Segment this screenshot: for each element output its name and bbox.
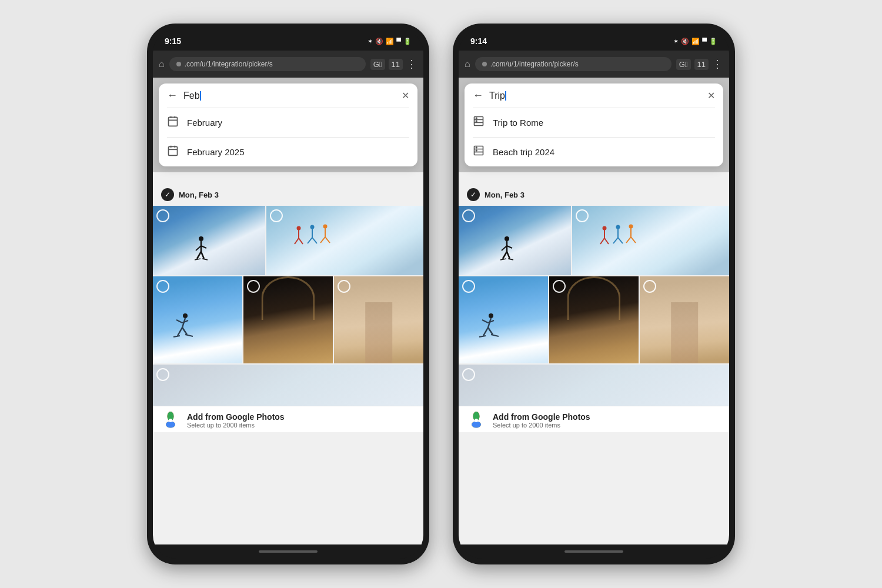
suggestion-trip-rome[interactable]: Trip to Rome — [465, 108, 723, 137]
home-icon-r[interactable]: ⌂ — [465, 59, 470, 69]
svg-point-83 — [475, 419, 478, 422]
search-input-row-left: ← Feb ✕ — [159, 83, 417, 108]
select-circle-partial-1[interactable] — [156, 368, 169, 381]
suggestion-february-2025[interactable]: February 2025 — [159, 138, 417, 166]
status-time-left: 9:15 — [165, 36, 181, 46]
svg-line-23 — [312, 238, 317, 243]
wifi-icon-r: 📶 — [691, 38, 700, 45]
svg-line-32 — [178, 328, 182, 336]
suggestion-beach-trip[interactable]: Beach trip 2024 — [465, 138, 723, 166]
status-time-right: 9:14 — [470, 36, 487, 46]
svg-point-40 — [169, 419, 172, 422]
select-circle-2[interactable] — [270, 209, 283, 222]
date-label-left: ✓ Mon, Feb 3 — [153, 183, 423, 206]
search-back-left[interactable]: ← — [167, 89, 178, 102]
photo-cell-r3[interactable] — [459, 276, 548, 363]
album-icon-2 — [473, 145, 485, 159]
bottom-bar-left: Add from Google Photos Select up to 2000… — [153, 406, 423, 432]
svg-line-31 — [182, 320, 188, 323]
svg-line-19 — [299, 238, 303, 244]
date-text-right: Mon, Feb 3 — [485, 191, 524, 199]
google-photos-logo-right — [467, 411, 486, 430]
photo-cell-r5[interactable] — [640, 276, 729, 363]
photo-cell-r1[interactable] — [459, 206, 571, 275]
photo-cell-3[interactable] — [153, 276, 242, 363]
bluetooth-icon: ✶ — [368, 38, 373, 45]
select-circle-4[interactable] — [247, 280, 260, 293]
ski-jump-figure-r — [476, 311, 506, 355]
menu-icon-r[interactable]: ⋮ — [712, 58, 723, 71]
bottom-bar-title-right: Add from Google Photos — [493, 412, 721, 422]
date-check-right[interactable]: ✓ — [467, 188, 480, 201]
svg-line-35 — [185, 335, 193, 336]
date-check-left[interactable]: ✓ — [161, 188, 174, 201]
svg-line-61 — [600, 238, 604, 244]
search-query-right[interactable]: Trip — [489, 91, 701, 101]
translate-icon-r[interactable]: G⃝ — [676, 59, 691, 70]
tab-count[interactable]: 11 — [389, 59, 403, 70]
photo-row-partial-right — [459, 365, 729, 406]
battery-icon: 🔋 — [403, 38, 412, 45]
tab-count-r[interactable]: 11 — [694, 59, 709, 70]
photo-cell-2[interactable] — [266, 206, 423, 275]
menu-icon[interactable]: ⋮ — [406, 58, 417, 71]
svg-line-58 — [508, 259, 513, 260]
url-dot-r — [482, 62, 487, 66]
search-back-right[interactable]: ← — [473, 89, 483, 102]
bottom-bar-content-left: Add from Google Photos Select up to 2000… — [161, 411, 415, 430]
select-circle-3[interactable] — [156, 280, 169, 293]
search-overlay-right: ← Trip ✕ — [459, 78, 729, 172]
svg-point-20 — [310, 225, 314, 229]
select-circle-r3[interactable] — [462, 280, 475, 293]
home-icon[interactable]: ⌂ — [159, 59, 165, 69]
translate-icon[interactable]: G⃝ — [370, 59, 385, 70]
svg-point-63 — [616, 225, 620, 229]
svg-point-24 — [323, 225, 327, 229]
photo-row-top-right — [459, 206, 729, 275]
status-icons-left: ✶ 🔇 📶 ▀ 🔋 — [368, 38, 412, 45]
partial-cell-r1[interactable] — [459, 365, 729, 406]
phone-right: 9:14 ✶ 🔇 📶 ▀ 🔋 ⌂ .com/u/1/integration/pi… — [453, 24, 735, 564]
svg-line-15 — [202, 259, 208, 260]
svg-line-65 — [613, 238, 618, 243]
url-bar-right[interactable]: .com/u/1/integration/picker/s — [475, 57, 671, 71]
photo-cell-r2[interactable] — [572, 206, 729, 275]
svg-line-12 — [197, 252, 201, 259]
svg-point-28 — [183, 313, 188, 318]
search-query-left[interactable]: Feb — [183, 91, 396, 101]
svg-line-26 — [320, 237, 325, 243]
photo-cell-r4[interactable] — [549, 276, 639, 363]
svg-point-67 — [629, 225, 633, 229]
bottom-bar-subtitle-right: Select up to 2000 items — [493, 422, 721, 429]
home-bar-left — [153, 544, 423, 559]
svg-point-16 — [296, 226, 300, 230]
select-circle-1[interactable] — [156, 209, 169, 222]
select-circle-5[interactable] — [338, 280, 350, 293]
bottom-bar-texts-right: Add from Google Photos Select up to 2000… — [493, 412, 721, 429]
search-clear-right[interactable]: ✕ — [707, 90, 715, 101]
svg-line-56 — [507, 252, 510, 259]
svg-point-51 — [505, 236, 509, 241]
select-circle-r1[interactable] — [462, 209, 475, 222]
url-bar-left[interactable]: .com/u/1/integration/picker/s — [169, 57, 366, 71]
select-circle-r2[interactable] — [576, 209, 589, 222]
svg-point-44 — [476, 118, 477, 119]
partial-cell-1[interactable] — [153, 365, 423, 406]
svg-line-33 — [182, 328, 187, 335]
select-circle-r4[interactable] — [553, 280, 566, 293]
signal-icon: ▀ — [396, 38, 401, 45]
browser-bar-left: ⌂ .com/u/1/integration/picker/s G⃝ 11 ⋮ — [153, 51, 423, 78]
search-clear-left[interactable]: ✕ — [402, 90, 409, 101]
skier-group-r — [596, 223, 643, 261]
photos-area-right: ✓ Mon, Feb 3 — [459, 183, 729, 544]
suggestion-february[interactable]: February — [159, 108, 417, 137]
select-circle-r5[interactable] — [643, 280, 656, 293]
search-box-left: ← Feb ✕ — [159, 83, 417, 166]
status-bar-right: 9:14 ✶ 🔇 📶 ▀ 🔋 — [459, 29, 729, 51]
photo-cell-4[interactable] — [243, 276, 333, 363]
svg-line-11 — [201, 246, 206, 248]
select-circle-partial-r1[interactable] — [462, 368, 475, 381]
photo-cell-1[interactable] — [153, 206, 265, 275]
photo-cell-5[interactable] — [334, 276, 423, 363]
svg-point-50 — [476, 150, 477, 151]
